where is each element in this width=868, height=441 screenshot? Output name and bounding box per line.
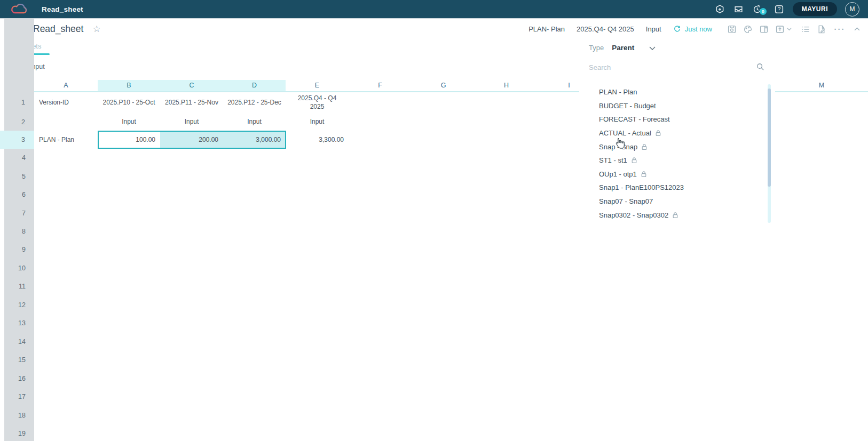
cell-e1[interactable]: 2025.Q4 - Q4 2025 (286, 92, 349, 113)
cell-e1-text: 2025.Q4 - Q4 2025 (294, 94, 341, 111)
row-number[interactable]: 17 (0, 388, 34, 406)
row-number[interactable]: 7 (0, 204, 34, 222)
row-number[interactable]: 8 (0, 222, 34, 240)
search-icon[interactable] (756, 62, 765, 74)
cell-a1[interactable]: Version-ID (34, 92, 98, 113)
search-row (589, 61, 765, 75)
row-number[interactable]: 15 (0, 351, 34, 369)
column-header-h[interactable]: H (475, 80, 538, 91)
version-item-label: ACTUAL - Actual (599, 129, 651, 137)
search-input[interactable] (589, 61, 746, 74)
cell-b2[interactable]: Input (98, 113, 160, 131)
version-list-item[interactable]: FORECAST - Forecast (579, 113, 761, 126)
history-icon[interactable]: 0 (752, 4, 763, 14)
type-selector: Type Parent (589, 44, 656, 52)
top-navigation-bar: Read_sheet 0 (0, 0, 868, 18)
cell-c3-selected[interactable]: 200.00 (160, 131, 223, 149)
column-header-c[interactable]: C (160, 80, 223, 91)
version-list-item[interactable]: OUp1 - otp1 (579, 167, 761, 181)
row-number[interactable]: 12 (0, 296, 34, 314)
app-title: Read_sheet (42, 5, 83, 13)
column-header-m[interactable]: M (775, 80, 868, 91)
version-item-label: Snap1 - PlanE100PS12023 (599, 183, 684, 191)
column-header-a[interactable]: A (34, 80, 98, 91)
cell-e3[interactable]: 3,300.00 (286, 131, 349, 149)
version-list-item[interactable]: BUDGET - Budget (579, 99, 761, 113)
app-window: Read_sheet 0 (0, 0, 868, 441)
row-number[interactable]: 13 (0, 314, 34, 332)
grid-row-12: 12 (0, 296, 868, 314)
row-number[interactable]: 16 (0, 369, 34, 387)
row-number[interactable]: 9 (0, 240, 34, 259)
cell-c2[interactable]: Input (160, 113, 223, 131)
cell-b1[interactable]: 2025.P10 - 25-Oct (98, 92, 160, 113)
row-number[interactable]: 10 (0, 259, 34, 277)
grid-row-10: 10 (0, 259, 868, 277)
version-item-label: Snap0302 - Snap0302 (599, 211, 668, 219)
row-number[interactable]: 4 (0, 149, 34, 167)
user-avatar[interactable]: M (845, 2, 859, 17)
inbox-icon[interactable] (733, 4, 744, 14)
grid-row-9: 9 (0, 240, 868, 259)
grid-row-13: 13 (0, 314, 868, 332)
lock-icon (641, 143, 648, 150)
cell-d3-selected[interactable]: 3,000.00 (223, 131, 286, 149)
type-value[interactable]: Parent (612, 44, 634, 52)
lock-icon (672, 212, 678, 219)
version-item-label: BUDGET - Budget (599, 102, 656, 110)
version-list-item[interactable]: Snap07 - Snap07 (579, 195, 761, 209)
version-list-item[interactable]: Snap0302 - Snap0302 (579, 208, 761, 222)
version-item-label: ST1 - st1 (599, 156, 627, 164)
lock-icon (631, 157, 637, 164)
cell-b3-active[interactable]: 100.00 (98, 131, 160, 149)
cell-c1[interactable]: 2025.P11 - 25-Nov (160, 92, 223, 113)
cell-e2[interactable]: Input (286, 113, 349, 131)
user-pill[interactable]: MAYURI (793, 2, 837, 16)
version-list: PLAN - PlanBUDGET - BudgetFORECAST - For… (579, 85, 761, 222)
version-list-item[interactable]: Snap1 - PlanE100PS12023 (579, 181, 761, 195)
row-number[interactable]: 11 (0, 277, 34, 295)
version-picker-panel: Type Parent PLAN - PlanBUDGET - BudgetFO… (579, 39, 775, 227)
version-list-item[interactable]: PLAN - Plan (579, 85, 761, 99)
column-header-b[interactable]: B (98, 80, 160, 91)
brand-cloud-logo[interactable] (10, 3, 30, 15)
version-list-item[interactable]: ACTUAL - Actual (579, 126, 761, 140)
grid-row-14: 14 (0, 333, 868, 351)
cell-a3[interactable]: PLAN - Plan (34, 131, 98, 149)
row-number[interactable]: 19 (0, 424, 34, 441)
row-number[interactable]: 6 (0, 186, 34, 204)
grid-row-16: 16 (0, 369, 868, 387)
row-number[interactable]: 18 (0, 406, 34, 424)
grid-row-19: 19 (0, 424, 868, 441)
panel-scrollbar-thumb[interactable] (768, 89, 771, 187)
lock-icon (655, 130, 661, 137)
version-list-item[interactable]: ST1 - st1 (579, 154, 761, 167)
row-number[interactable]: 14 (0, 333, 34, 351)
grid-row-11: 11 (0, 277, 868, 295)
type-label: Type (589, 44, 604, 52)
history-badge: 0 (760, 8, 767, 15)
version-item-label: Snap07 - Snap07 (599, 197, 653, 205)
column-header-e[interactable]: E (286, 80, 349, 91)
type-chevron-down-icon[interactable] (649, 45, 656, 51)
version-item-label: PLAN - Plan (599, 88, 637, 96)
version-item-label: FORECAST - Forecast (599, 115, 670, 123)
version-item-label: OUp1 - otp1 (599, 170, 637, 178)
cell-d1[interactable]: 2025.P12 - 25-Dec (223, 92, 286, 113)
version-list-item[interactable]: Snap - Snap (579, 140, 761, 154)
help-icon[interactable]: ? (774, 4, 785, 14)
column-header-f[interactable]: F (349, 80, 412, 91)
row-number[interactable]: 5 (0, 167, 34, 185)
grid-row-18: 18 (0, 406, 868, 424)
lock-icon (641, 171, 647, 178)
settings-icon[interactable] (715, 4, 725, 14)
column-header-d[interactable]: D (223, 80, 286, 91)
row-number[interactable]: 1 (0, 92, 34, 113)
row-number[interactable]: 2 (0, 113, 34, 131)
grid-row-15: 15 (0, 351, 868, 369)
row-number-selected[interactable]: 3 (0, 131, 34, 149)
grid-row-17: 17 (0, 388, 868, 406)
column-header-g[interactable]: G (412, 80, 475, 91)
cell-d2[interactable]: Input (223, 113, 286, 131)
svg-text:?: ? (778, 6, 781, 12)
